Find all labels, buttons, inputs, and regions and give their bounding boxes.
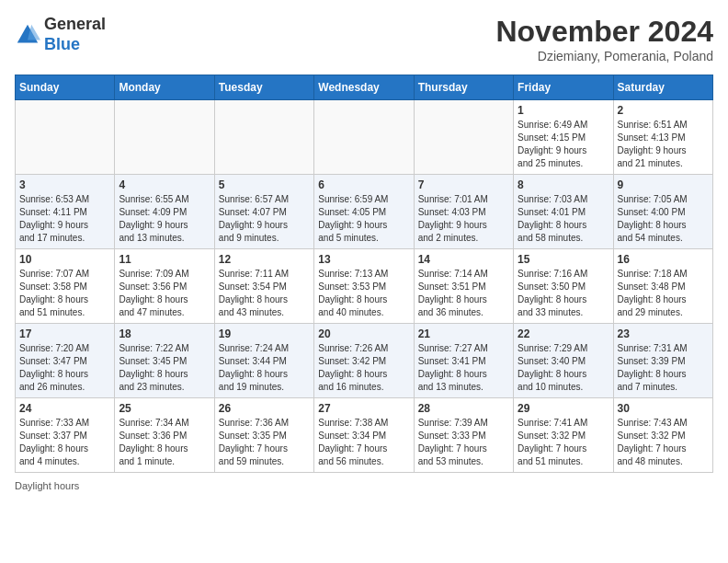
day-info: Sunrise: 7:07 AM Sunset: 3:58 PM Dayligh… (19, 268, 110, 319)
day-info: Sunrise: 7:22 AM Sunset: 3:45 PM Dayligh… (119, 342, 210, 394)
calendar-cell: 28Sunrise: 7:39 AM Sunset: 3:33 PM Dayli… (414, 398, 513, 473)
calendar-cell: 26Sunrise: 7:36 AM Sunset: 3:35 PM Dayli… (214, 398, 313, 473)
day-number: 3 (19, 178, 110, 191)
calendar-cell: 4Sunrise: 6:55 AM Sunset: 4:09 PM Daylig… (115, 175, 214, 249)
calendar-cell: 11Sunrise: 7:09 AM Sunset: 3:56 PM Dayli… (115, 249, 214, 324)
day-number: 14 (418, 253, 509, 266)
calendar-cell: 21Sunrise: 7:27 AM Sunset: 3:41 PM Dayli… (414, 324, 513, 398)
calendar-table: SundayMondayTuesdayWednesdayThursdayFrid… (15, 75, 713, 473)
calendar-cell: 2Sunrise: 6:51 AM Sunset: 4:13 PM Daylig… (613, 100, 712, 175)
title-block: November 2024 Dziemiany, Pomerania, Pola… (495, 15, 713, 63)
calendar-cell (414, 100, 513, 175)
day-info: Sunrise: 7:36 AM Sunset: 3:35 PM Dayligh… (219, 417, 310, 468)
day-info: Sunrise: 7:13 AM Sunset: 3:53 PM Dayligh… (318, 268, 409, 319)
day-number: 27 (318, 402, 409, 415)
logo-blue-text: Blue (44, 35, 80, 53)
day-header-saturday: Saturday (613, 75, 712, 100)
day-number: 6 (318, 178, 409, 191)
day-number: 10 (19, 253, 110, 266)
calendar-header-row: SundayMondayTuesdayWednesdayThursdayFrid… (16, 75, 713, 100)
page-header: General Blue November 2024 Dziemiany, Po… (15, 15, 713, 63)
day-info: Sunrise: 7:14 AM Sunset: 3:51 PM Dayligh… (418, 268, 509, 319)
calendar-cell: 1Sunrise: 6:49 AM Sunset: 4:15 PM Daylig… (514, 100, 613, 175)
calendar-cell (314, 100, 414, 175)
calendar-cell: 14Sunrise: 7:14 AM Sunset: 3:51 PM Dayli… (414, 249, 513, 324)
logo-icon (15, 22, 40, 48)
month-title: November 2024 (495, 15, 713, 49)
day-info: Sunrise: 7:34 AM Sunset: 3:36 PM Dayligh… (119, 417, 210, 468)
day-info: Sunrise: 7:33 AM Sunset: 3:37 PM Dayligh… (19, 417, 110, 468)
day-info: Sunrise: 7:24 AM Sunset: 3:44 PM Dayligh… (219, 342, 310, 394)
logo: General Blue (15, 15, 106, 54)
day-number: 26 (219, 402, 310, 415)
day-info: Sunrise: 7:03 AM Sunset: 4:01 PM Dayligh… (518, 193, 609, 245)
day-info: Sunrise: 6:55 AM Sunset: 4:09 PM Dayligh… (119, 193, 210, 245)
day-info: Sunrise: 6:51 AM Sunset: 4:13 PM Dayligh… (618, 119, 709, 170)
calendar-cell: 23Sunrise: 7:31 AM Sunset: 3:39 PM Dayli… (613, 324, 712, 398)
day-number: 18 (119, 327, 210, 340)
calendar-cell: 25Sunrise: 7:34 AM Sunset: 3:36 PM Dayli… (115, 398, 214, 473)
calendar-cell: 20Sunrise: 7:26 AM Sunset: 3:42 PM Dayli… (314, 324, 414, 398)
day-info: Sunrise: 6:57 AM Sunset: 4:07 PM Dayligh… (219, 193, 310, 245)
day-header-thursday: Thursday (414, 75, 513, 100)
daylight-hours-label: Daylight hours (15, 480, 79, 491)
day-header-wednesday: Wednesday (314, 75, 414, 100)
calendar-cell: 10Sunrise: 7:07 AM Sunset: 3:58 PM Dayli… (16, 249, 115, 324)
calendar-cell: 15Sunrise: 7:16 AM Sunset: 3:50 PM Dayli… (514, 249, 613, 324)
day-number: 22 (518, 327, 609, 340)
calendar-cell: 18Sunrise: 7:22 AM Sunset: 3:45 PM Dayli… (115, 324, 214, 398)
calendar-cell: 30Sunrise: 7:43 AM Sunset: 3:32 PM Dayli… (613, 398, 712, 473)
calendar-cell: 24Sunrise: 7:33 AM Sunset: 3:37 PM Dayli… (16, 398, 115, 473)
day-info: Sunrise: 7:27 AM Sunset: 3:41 PM Dayligh… (418, 342, 509, 394)
day-number: 13 (318, 253, 409, 266)
calendar-cell: 22Sunrise: 7:29 AM Sunset: 3:40 PM Dayli… (514, 324, 613, 398)
calendar-week-2: 3Sunrise: 6:53 AM Sunset: 4:11 PM Daylig… (16, 175, 713, 249)
day-number: 9 (618, 178, 709, 191)
day-info: Sunrise: 7:11 AM Sunset: 3:54 PM Dayligh… (219, 268, 310, 319)
day-info: Sunrise: 7:18 AM Sunset: 3:48 PM Dayligh… (618, 268, 709, 319)
calendar-cell: 5Sunrise: 6:57 AM Sunset: 4:07 PM Daylig… (214, 175, 313, 249)
day-number: 23 (618, 327, 709, 340)
day-info: Sunrise: 6:59 AM Sunset: 4:05 PM Dayligh… (318, 193, 409, 245)
day-info: Sunrise: 7:38 AM Sunset: 3:34 PM Dayligh… (318, 417, 409, 468)
day-number: 29 (518, 402, 609, 415)
day-number: 21 (418, 327, 509, 340)
calendar-cell: 29Sunrise: 7:41 AM Sunset: 3:32 PM Dayli… (514, 398, 613, 473)
day-number: 2 (618, 104, 709, 117)
legend: Daylight hours (15, 480, 713, 491)
day-header-sunday: Sunday (16, 75, 115, 100)
calendar-week-4: 17Sunrise: 7:20 AM Sunset: 3:47 PM Dayli… (16, 324, 713, 398)
day-number: 19 (219, 327, 310, 340)
day-info: Sunrise: 7:09 AM Sunset: 3:56 PM Dayligh… (119, 268, 210, 319)
day-info: Sunrise: 7:43 AM Sunset: 3:32 PM Dayligh… (618, 417, 709, 468)
calendar-cell: 19Sunrise: 7:24 AM Sunset: 3:44 PM Dayli… (214, 324, 313, 398)
day-info: Sunrise: 7:05 AM Sunset: 4:00 PM Dayligh… (618, 193, 709, 245)
day-number: 16 (618, 253, 709, 266)
day-number: 7 (418, 178, 509, 191)
calendar-cell: 6Sunrise: 6:59 AM Sunset: 4:05 PM Daylig… (314, 175, 414, 249)
day-info: Sunrise: 6:53 AM Sunset: 4:11 PM Dayligh… (19, 193, 110, 245)
calendar-cell: 9Sunrise: 7:05 AM Sunset: 4:00 PM Daylig… (613, 175, 712, 249)
day-header-friday: Friday (514, 75, 613, 100)
day-info: Sunrise: 7:29 AM Sunset: 3:40 PM Dayligh… (518, 342, 609, 394)
day-number: 8 (518, 178, 609, 191)
calendar-cell (16, 100, 115, 175)
day-info: Sunrise: 6:49 AM Sunset: 4:15 PM Dayligh… (518, 119, 609, 170)
calendar-cell: 17Sunrise: 7:20 AM Sunset: 3:47 PM Dayli… (16, 324, 115, 398)
calendar-cell: 16Sunrise: 7:18 AM Sunset: 3:48 PM Dayli… (613, 249, 712, 324)
calendar-cell: 27Sunrise: 7:38 AM Sunset: 3:34 PM Dayli… (314, 398, 414, 473)
calendar-cell: 13Sunrise: 7:13 AM Sunset: 3:53 PM Dayli… (314, 249, 414, 324)
day-number: 4 (119, 178, 210, 191)
calendar-cell (115, 100, 214, 175)
location-text: Dziemiany, Pomerania, Poland (495, 49, 713, 63)
day-info: Sunrise: 7:41 AM Sunset: 3:32 PM Dayligh… (518, 417, 609, 468)
day-header-monday: Monday (115, 75, 214, 100)
day-info: Sunrise: 7:39 AM Sunset: 3:33 PM Dayligh… (418, 417, 509, 468)
calendar-week-1: 1Sunrise: 6:49 AM Sunset: 4:15 PM Daylig… (16, 100, 713, 175)
calendar-cell: 8Sunrise: 7:03 AM Sunset: 4:01 PM Daylig… (514, 175, 613, 249)
day-number: 15 (518, 253, 609, 266)
day-number: 25 (119, 402, 210, 415)
day-number: 28 (418, 402, 509, 415)
calendar-week-3: 10Sunrise: 7:07 AM Sunset: 3:58 PM Dayli… (16, 249, 713, 324)
day-number: 20 (318, 327, 409, 340)
